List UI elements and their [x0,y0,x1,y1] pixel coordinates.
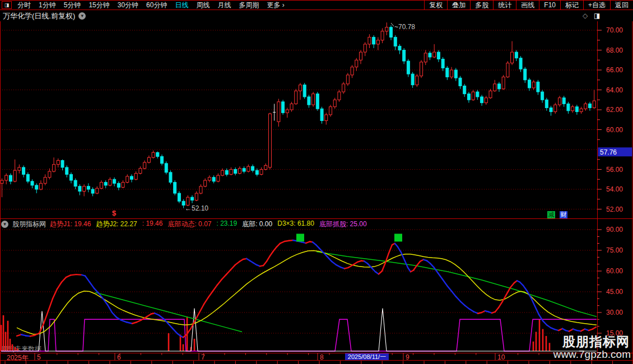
toolbar-period-6[interactable]: 日线 [171,1,192,10]
toolbar-period-0[interactable]: 分时 [13,1,35,10]
candle-body [178,193,180,201]
indicator-field-6: D3×3: 61.80 [277,220,314,229]
toolbar-period-4[interactable]: 30分钟 [114,1,142,10]
candle-body [66,167,68,174]
trend-line [17,240,596,337]
green-trend-line-0 [95,292,242,332]
indicator-field-2: : 19.46 [142,220,163,229]
candle-body [156,152,159,156]
svg-text:62.00: 62.00 [606,106,623,114]
svg-text:68.00: 68.00 [606,46,623,54]
candle-body [368,37,371,44]
candle-body [497,84,500,89]
candle-body [199,186,202,193]
candle-body [134,174,137,180]
indicator-source: 股朋指标网 [12,220,46,229]
indicator-collapse-icon[interactable]: ▾ [1,221,8,228]
indicator-field-3: 底部动态: 0.07 [167,220,211,229]
toolbar-period-1[interactable]: 1分钟 [35,1,60,10]
candle-body [476,92,479,97]
candle-body [420,62,423,76]
candle-body [91,189,94,193]
toolbar-tool-6[interactable]: 标记 [560,1,583,10]
buy-signal-marker [296,234,304,241]
candle-body [511,52,514,63]
toolbar-period-8[interactable]: 月线 [213,1,235,10]
candle-body [385,27,388,31]
candle-body [580,109,583,111]
toolbar-tool-1[interactable]: 叠加 [447,1,470,10]
svg-text:66.00: 66.00 [606,66,623,74]
candle-body [195,193,198,200]
toolbar-tool-7[interactable]: +自选 [583,1,610,10]
date-axis: 2025年 2025/08/11/一 5678910 [0,353,633,364]
candle-body [381,31,384,40]
x-axis-month-label-4: 9 [406,353,409,361]
cai-mini-button[interactable]: 财 [560,211,567,218]
toolbar-tool-0[interactable]: 复权 [424,1,447,10]
svg-text:56.00: 56.00 [606,166,623,174]
candle-body [165,164,167,172]
date-axis-canvas [0,353,633,364]
candle-body [169,172,172,183]
candle-body [346,75,349,84]
toolbar-period-5[interactable]: 60分钟 [142,1,171,10]
candle-body [489,91,492,97]
candle-body [502,77,505,88]
candle-body [351,67,353,75]
candle-body [446,68,449,77]
candle-body [303,85,306,97]
toolbar-tool-8[interactable]: 返回 [610,1,633,10]
toolbar-tool-3[interactable]: 统计 [493,1,516,10]
candle-body [234,170,237,174]
toolbar-tool-5[interactable]: F10 [539,1,560,10]
x-axis-month-label-5: 10 [497,353,505,361]
candle-body [48,171,51,178]
diamond-icon[interactable]: ◇ [583,12,588,20]
signal-squares [296,234,402,241]
candle-body [550,108,552,111]
toolbar-tool-2[interactable]: 多股 [470,1,493,10]
candle-body [567,104,570,110]
candle-body [208,178,211,180]
candle-body [325,115,328,121]
candle-body [69,174,72,180]
indicator-header: ▾ 股朋指标网 趋势J1: 19.46趋势J2: 22.27: 19.46底部动… [1,220,367,228]
candle-body [143,162,146,169]
panel-split-icon[interactable]: ◨ [594,12,600,20]
toolbar-period-2[interactable]: 5分钟 [60,1,85,10]
toolbar-period-9[interactable]: 多周期 [235,1,263,10]
candle-body [481,97,483,103]
candle-body [286,110,288,113]
candle-body [31,181,34,185]
svg-text:75.00: 75.00 [606,246,623,254]
chevron-down-icon[interactable]: ▾ [78,12,86,20]
candle-body [355,60,358,67]
layout-icon[interactable]: ◨ [2,1,12,9]
candle-body [161,156,164,163]
candle-body [506,63,509,77]
svg-text:54.00: 54.00 [606,185,623,193]
candle-body [360,52,362,60]
toolbar-tool-4[interactable]: 画线 [516,1,539,10]
candle-body [467,94,470,100]
candle-body [454,70,457,78]
toolbar-period-10[interactable]: 更多 › [263,1,288,10]
svg-text:64.00: 64.00 [606,86,623,94]
period-buttons: 分时1分钟5分钟15分钟30分钟60分钟日线周线月线多周期更多 › [13,1,288,10]
indicator-field-4: : 23.19 [216,220,237,229]
toolbar-period-7[interactable]: 周线 [192,1,213,10]
candle-body [282,102,285,113]
candle-body [204,180,207,186]
candle-body [376,40,379,44]
candle-body [411,74,414,85]
candle-body [519,58,522,69]
toolbar-period-3[interactable]: 15分钟 [85,1,113,10]
selected-date-badge: 2025/08/11/一 [345,353,389,360]
candle-body [18,167,21,170]
candle-body [299,85,301,91]
candle-body [407,61,409,74]
jian-mini-button[interactable]: 减 [547,211,555,218]
candle-body [230,170,232,175]
candle-body [463,86,466,94]
